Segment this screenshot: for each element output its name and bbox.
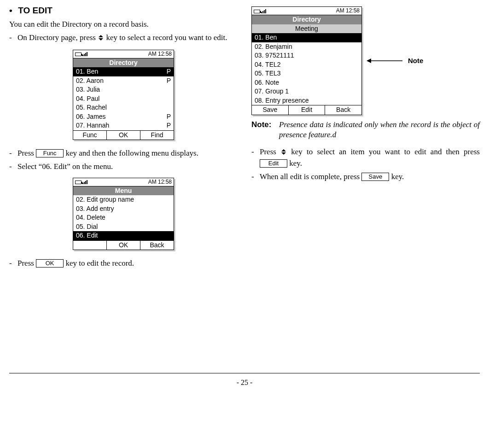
softkey-ok[interactable]: OK: [107, 241, 140, 250]
battery-icon: [254, 10, 260, 13]
list-item[interactable]: 03. Julia: [73, 85, 174, 94]
bullet-icon: •: [9, 5, 16, 17]
list-item[interactable]: 03. Add entry: [73, 204, 174, 214]
callout-label: Note: [408, 56, 423, 65]
status-icons: [75, 180, 87, 184]
softkey-back[interactable]: Back: [140, 241, 174, 250]
step-text: When all edit is complete, press Save ke…: [260, 172, 480, 182]
footer-rule: [9, 373, 480, 373]
list-item[interactable]: 01. Ben: [252, 33, 361, 42]
edit-key: Edit: [260, 159, 287, 168]
list-dash: -: [9, 258, 17, 269]
status-icons: [254, 9, 266, 13]
list-dash: -: [9, 162, 17, 172]
svg-marker-1: [99, 38, 103, 41]
step-text: Select “06. Edit” on the menu.: [17, 162, 238, 172]
list-dash: -: [251, 172, 260, 182]
list-item[interactable]: 05. Rachel: [73, 103, 174, 112]
step-text: Press Func key and then the following me…: [17, 148, 238, 159]
updown-icon: [280, 148, 287, 158]
list-item[interactable]: 07. Group 1: [252, 87, 361, 96]
clock: AM 12:58: [148, 179, 172, 186]
list-item[interactable]: 05. TEL3: [252, 69, 361, 78]
list-item[interactable]: 06. JamesP: [73, 112, 174, 122]
list-item[interactable]: 07. HannahP: [73, 121, 174, 130]
section-heading: • TO EDIT: [9, 5, 238, 17]
list-item[interactable]: 05. Dial: [73, 222, 174, 232]
screen-title: Directory: [252, 15, 361, 24]
signal-icon: [82, 52, 87, 56]
softkey-blank: [73, 241, 107, 250]
section-title-text: TO EDIT: [18, 6, 52, 15]
svg-marker-3: [367, 58, 371, 63]
list-item[interactable]: 04. Delete: [73, 213, 174, 222]
step-text: Press key to select an item you want to …: [260, 147, 480, 169]
softkey-ok[interactable]: OK: [107, 131, 140, 140]
signal-icon: [261, 9, 266, 13]
list-item[interactable]: 02. Benjamin: [252, 42, 361, 52]
clock: AM 12:58: [336, 7, 360, 14]
softkey-save[interactable]: Save: [252, 105, 289, 115]
step-text: On Directory page, press key to select a…: [17, 33, 238, 44]
list-item[interactable]: 02. Edit group name: [73, 195, 174, 204]
battery-icon: [75, 180, 82, 184]
updown-icon: [98, 34, 104, 44]
screen-title: Directory: [73, 58, 174, 68]
svg-marker-0: [99, 35, 103, 37]
ok-key: OK: [36, 259, 64, 268]
list-item[interactable]: 04. TEL2: [252, 60, 361, 70]
battery-icon: [75, 52, 82, 56]
func-key: Func: [36, 149, 64, 157]
page-number: - 25 -: [9, 378, 480, 388]
step-text: Press OK key to edit the record.: [17, 258, 238, 269]
status-icons: [75, 52, 87, 56]
svg-marker-5: [281, 152, 286, 155]
list-item[interactable]: 04. Paul: [73, 94, 174, 104]
signal-icon: [82, 180, 87, 184]
phone-screen-directory: AM 12:58 Directory 01. BenP 02. AaronP 0…: [73, 50, 174, 140]
list-item[interactable]: 03. 97521111: [252, 51, 361, 60]
note-text: Presence data is indicated only when the…: [279, 120, 480, 141]
phone-screen-menu: AM 12:58 Menu 02. Edit group name 03. Ad…: [73, 178, 174, 250]
svg-marker-4: [281, 149, 286, 151]
note-label: Note:: [251, 120, 279, 141]
softkey-edit[interactable]: Edit: [289, 105, 326, 115]
softkey-find[interactable]: Find: [140, 131, 174, 140]
list-item[interactable]: 08. Entry presence: [252, 96, 361, 105]
callout-arrow-icon: [367, 57, 403, 64]
phone-screen-edit: AM 12:58 Directory Meeting 01. Ben 02. B…: [251, 6, 362, 115]
screen-subtitle: Meeting: [252, 24, 361, 34]
softkey-back[interactable]: Back: [325, 105, 361, 115]
list-item[interactable]: 06. Edit: [73, 231, 174, 240]
clock: AM 12:58: [148, 51, 172, 58]
list-dash: -: [9, 33, 17, 44]
list-dash: -: [251, 147, 260, 169]
list-item[interactable]: 02. AaronP: [73, 76, 174, 86]
intro-paragraph: You can edit the Directory on a record b…: [9, 19, 238, 30]
list-item[interactable]: 01. BenP: [73, 67, 174, 76]
softkey-func[interactable]: Func: [73, 131, 107, 140]
list-dash: -: [9, 148, 17, 159]
list-item[interactable]: 06. Note: [252, 78, 361, 87]
screen-title: Menu: [73, 186, 174, 196]
save-key: Save: [361, 173, 389, 181]
